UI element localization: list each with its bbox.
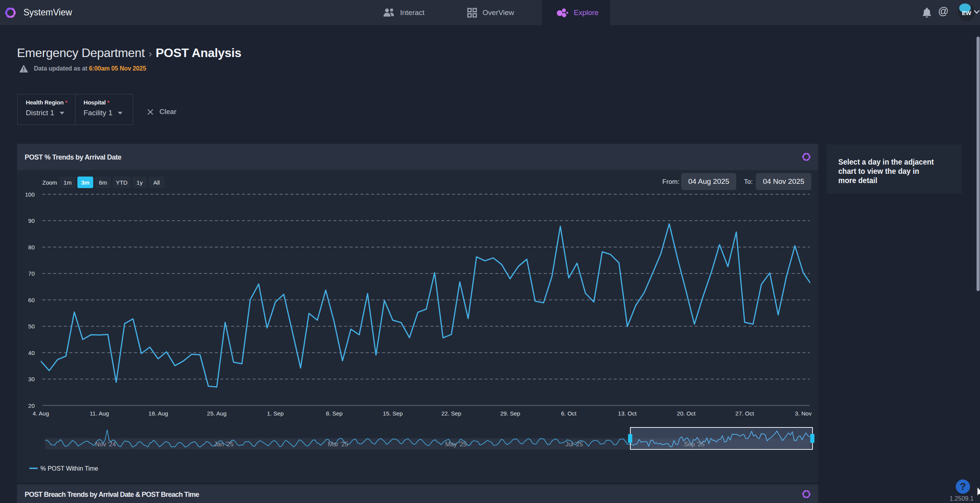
svg-text:3. Nov: 3. Nov: [795, 410, 812, 417]
svg-text:100: 100: [25, 191, 35, 198]
svg-text:30: 30: [28, 376, 35, 382]
svg-text:70: 70: [28, 270, 35, 277]
svg-text:18. Aug: 18. Aug: [149, 410, 168, 417]
svg-text:Jul '25: Jul '25: [565, 441, 583, 447]
svg-text:22. Sep: 22. Sep: [441, 410, 461, 417]
svg-text:20: 20: [28, 402, 35, 409]
svg-text:11. Aug: 11. Aug: [90, 410, 109, 417]
svg-text:1. Sep: 1. Sep: [267, 410, 283, 417]
svg-text:90: 90: [28, 217, 35, 224]
svg-text:29. Sep: 29. Sep: [500, 410, 520, 417]
svg-text:15. Sep: 15. Sep: [383, 410, 403, 417]
svg-text:Mar '25: Mar '25: [328, 441, 348, 447]
svg-text:4. Aug: 4. Aug: [33, 410, 49, 417]
svg-text:8. Sep: 8. Sep: [326, 410, 342, 417]
svg-text:80: 80: [28, 244, 35, 251]
svg-text:May '25: May '25: [445, 441, 467, 447]
svg-text:13. Oct: 13. Oct: [618, 410, 637, 417]
svg-text:40: 40: [28, 350, 35, 356]
svg-text:6. Oct: 6. Oct: [561, 410, 577, 417]
svg-text:60: 60: [28, 297, 35, 303]
svg-text:50: 50: [28, 323, 35, 330]
svg-text:Sep '25: Sep '25: [684, 441, 705, 447]
svg-text:25. Aug: 25. Aug: [207, 410, 227, 417]
svg-text:27. Oct: 27. Oct: [735, 410, 754, 417]
svg-text:Nov '24: Nov '24: [95, 441, 116, 447]
svg-text:20. Oct: 20. Oct: [677, 410, 696, 417]
svg-text:% POST Within Time: % POST Within Time: [40, 465, 98, 472]
svg-text:Jan '25: Jan '25: [214, 441, 233, 447]
